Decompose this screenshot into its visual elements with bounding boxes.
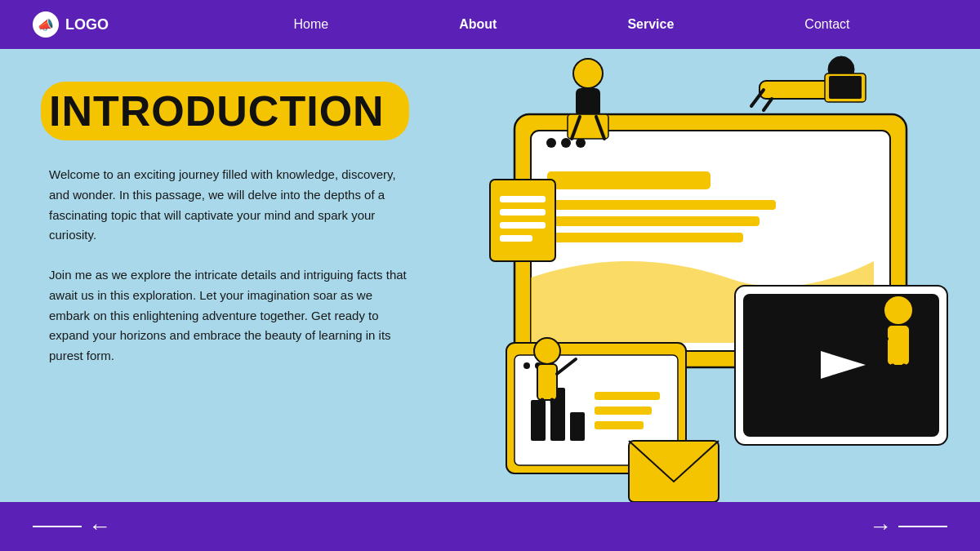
svg-rect-37 — [829, 76, 862, 99]
title-wrapper: INTRODUCTION — [49, 82, 425, 140]
svg-rect-13 — [500, 235, 532, 242]
svg-point-4 — [576, 138, 586, 148]
svg-point-40 — [884, 295, 913, 325]
nav-link-about[interactable]: About — [459, 17, 497, 31]
navbar: 📣 LOGO Home About Service Contact — [0, 0, 980, 49]
svg-line-44 — [904, 366, 906, 400]
nav-item-contact[interactable]: Contact — [739, 17, 915, 32]
next-arrow-icon: → — [869, 513, 892, 540]
prev-arrow-icon: ← — [88, 513, 111, 540]
logo-icon: 📣 — [33, 11, 59, 38]
logo-text: LOGO — [65, 16, 109, 33]
svg-line-39 — [764, 99, 772, 110]
intro-paragraph-2: Join me as we explore the intricate deta… — [49, 265, 408, 367]
intro-title: INTRODUCTION — [49, 90, 385, 132]
svg-rect-12 — [500, 222, 546, 229]
svg-rect-6 — [547, 200, 776, 210]
svg-rect-10 — [500, 196, 546, 202]
svg-line-43 — [890, 366, 893, 400]
svg-rect-41 — [887, 325, 910, 366]
svg-line-50 — [540, 400, 542, 433]
illustration-svg — [457, 49, 980, 502]
svg-point-29 — [573, 59, 603, 88]
svg-rect-48 — [537, 364, 557, 400]
prev-button[interactable]: ← — [33, 513, 111, 540]
svg-rect-5 — [547, 171, 710, 189]
nav-item-service[interactable]: Service — [562, 17, 739, 32]
svg-rect-7 — [547, 216, 760, 226]
nav-links: Home About Service Contact — [196, 17, 947, 32]
svg-point-16 — [523, 362, 530, 369]
nav-link-service[interactable]: Service — [627, 17, 674, 31]
title-highlight-bg: INTRODUCTION — [41, 82, 409, 140]
main-content: INTRODUCTION Welcome to an exciting jour… — [0, 49, 980, 502]
svg-rect-28 — [629, 441, 719, 502]
logo[interactable]: 📣 LOGO — [33, 11, 109, 38]
nav-link-home[interactable]: Home — [294, 17, 329, 31]
svg-rect-21 — [570, 412, 585, 441]
next-button[interactable]: → — [869, 513, 947, 540]
svg-rect-22 — [595, 392, 660, 400]
svg-rect-23 — [595, 407, 652, 415]
illustration-panel — [457, 49, 980, 502]
svg-rect-11 — [500, 209, 546, 216]
nav-item-about[interactable]: About — [394, 17, 562, 32]
svg-rect-8 — [547, 233, 743, 242]
svg-point-47 — [534, 338, 560, 364]
svg-point-2 — [546, 138, 556, 148]
intro-paragraph-1: Welcome to an exciting journey filled wi… — [49, 165, 408, 246]
next-arrow-line — [898, 526, 947, 527]
nav-item-home[interactable]: Home — [229, 17, 394, 32]
svg-rect-9 — [490, 180, 555, 261]
nav-link-contact[interactable]: Contact — [804, 17, 849, 31]
svg-rect-24 — [595, 421, 644, 429]
svg-rect-30 — [576, 88, 600, 117]
prev-arrow-line — [33, 526, 82, 527]
footer: ← → — [0, 502, 980, 551]
svg-point-3 — [561, 138, 571, 148]
left-panel: INTRODUCTION Welcome to an exciting jour… — [0, 49, 457, 502]
svg-line-51 — [552, 400, 555, 433]
